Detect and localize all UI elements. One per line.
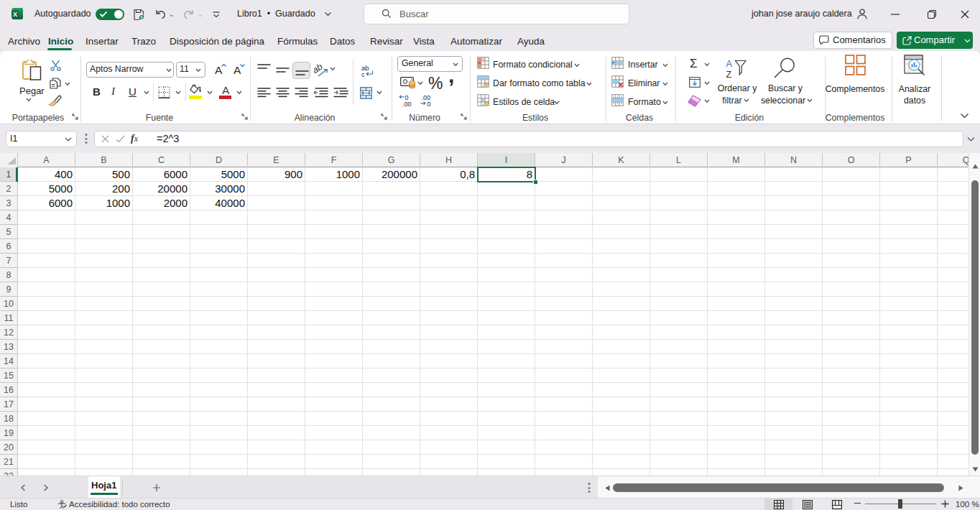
svg-text:Z: Z xyxy=(726,70,732,80)
svg-text:X: X xyxy=(13,11,17,18)
svg-text:ab: ab xyxy=(314,62,325,75)
svg-text:.00: .00 xyxy=(402,101,412,108)
svg-text:A: A xyxy=(726,59,733,69)
svg-text:0: 0 xyxy=(427,101,431,108)
svg-text:c: c xyxy=(361,70,365,78)
